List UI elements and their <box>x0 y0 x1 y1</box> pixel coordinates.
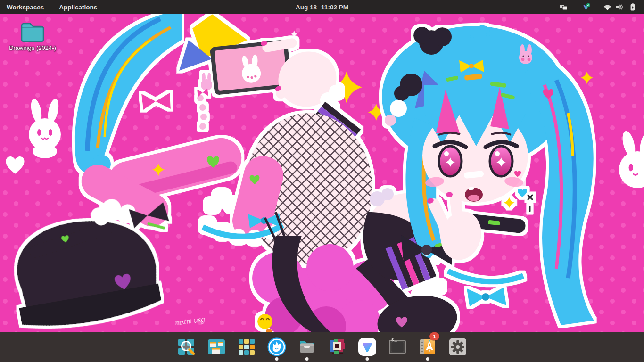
dock-item-pixel-art-app[interactable] <box>322 332 352 362</box>
battery-charging-icon[interactable] <box>629 0 636 14</box>
volume-icon[interactable] <box>615 0 624 14</box>
rocket-launcher-icon <box>418 337 437 356</box>
clock[interactable]: Aug 18 11:02 PM <box>296 0 348 14</box>
clock-date: Aug 18 <box>296 4 317 11</box>
dock-item-file-manager[interactable] <box>292 332 322 362</box>
terminal-prompt-glyph: $_ <box>391 338 397 343</box>
dock-item-vesktop[interactable] <box>352 332 382 362</box>
panel-menus: Workspaces Applications <box>0 0 105 14</box>
folder-icon <box>19 21 46 43</box>
wifi-icon[interactable] <box>603 0 612 14</box>
running-indicator <box>366 357 369 361</box>
librewolf-browser-icon <box>267 337 287 357</box>
desktop: mztm usg Drawings (2024-) <box>0 14 644 332</box>
display-windows-icon[interactable] <box>559 0 568 14</box>
dock-item-librewolf[interactable] <box>262 332 292 362</box>
notification-badge: 1 <box>429 332 439 340</box>
dock-item-app-launcher[interactable]: 1 <box>413 332 443 362</box>
running-indicator <box>275 357 279 361</box>
settings-gear-icon <box>448 337 467 356</box>
system-tray <box>559 0 644 14</box>
windows-layout-icon <box>207 337 226 356</box>
dock: $_ 1 <box>0 332 644 362</box>
running-indicator <box>426 357 429 361</box>
dock-item-terminal[interactable]: $_ <box>382 332 413 362</box>
dock-items: $_ 1 <box>171 332 473 362</box>
app-finder-magnifier-icon <box>177 337 196 356</box>
pixel-donut-icon <box>328 337 347 356</box>
clock-time: 11:02 PM <box>321 4 348 11</box>
top-panel: Workspaces Applications Aug 18 11:02 PM <box>0 0 644 14</box>
desktop-folder-drawings[interactable]: Drawings (2024-) <box>5 21 60 51</box>
terminal-icon <box>388 337 407 356</box>
dock-item-settings[interactable] <box>443 332 473 362</box>
desktop-folder-label: Drawings (2024-) <box>9 45 56 51</box>
dock-item-app-finder[interactable] <box>171 332 201 362</box>
file-manager-folder-icon <box>297 337 316 356</box>
dock-item-app-grid[interactable] <box>231 332 262 362</box>
vpn-tray-icon[interactable] <box>582 0 591 14</box>
workspaces-menu[interactable]: Workspaces <box>0 0 51 14</box>
applications-menu[interactable]: Applications <box>51 0 105 14</box>
running-indicator <box>305 357 309 361</box>
wallpaper: mztm usg <box>0 14 644 332</box>
vesktop-v-icon <box>357 337 377 357</box>
dock-item-workspaces-tool[interactable] <box>201 332 231 362</box>
app-grid-icon <box>237 337 256 356</box>
